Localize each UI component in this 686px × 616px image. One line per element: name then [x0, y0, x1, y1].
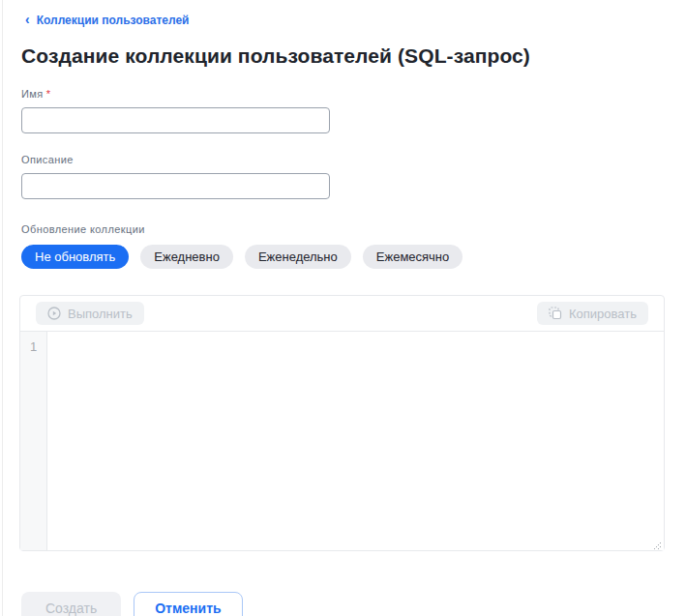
breadcrumb[interactable]: ‹ Коллекции пользователей: [25, 14, 190, 27]
refresh-schedule-label: Обновление коллекции: [21, 223, 665, 235]
resize-grip-icon[interactable]: [650, 537, 662, 548]
refresh-option-daily[interactable]: Ежедневно: [140, 245, 233, 269]
copy-query-label: Копировать: [569, 307, 637, 321]
refresh-option-no-update[interactable]: Не обновлять: [21, 245, 129, 269]
refresh-schedule-options: Не обновлять Ежедневно Еженедельно Ежеме…: [21, 245, 665, 269]
create-user-collection-page: ‹ Коллекции пользователей Создание колле…: [0, 0, 686, 616]
play-circle-icon: [47, 307, 61, 320]
required-asterisk: *: [46, 88, 51, 100]
copy-icon: [549, 307, 562, 320]
description-input[interactable]: [21, 173, 330, 199]
run-query-button[interactable]: Выполнить: [36, 302, 144, 325]
sql-editor-body: 1: [20, 332, 664, 550]
chevron-left-icon: ‹: [25, 13, 30, 26]
sql-editor-toolbar: Выполнить Копировать: [20, 296, 664, 332]
line-number-gutter: 1: [20, 332, 47, 550]
name-field-group: Имя*: [21, 88, 665, 133]
refresh-option-weekly[interactable]: Еженедельно: [245, 245, 351, 269]
cancel-button[interactable]: Отменить: [134, 592, 242, 616]
refresh-option-monthly[interactable]: Ежемесячно: [363, 245, 463, 269]
form-footer: Создать Отменить: [21, 592, 665, 616]
copy-query-button[interactable]: Копировать: [537, 302, 648, 325]
page-left-edge-line: [2, 0, 3, 616]
page-title: Создание коллекции пользователей (SQL-за…: [21, 44, 665, 68]
breadcrumb-label: Коллекции пользователей: [37, 14, 190, 27]
description-field-group: Описание: [21, 154, 665, 199]
create-button[interactable]: Создать: [21, 592, 121, 616]
sql-code-input[interactable]: [47, 332, 664, 550]
description-label: Описание: [21, 154, 665, 165]
line-number: 1: [20, 339, 46, 354]
run-query-label: Выполнить: [68, 307, 133, 321]
name-input[interactable]: [21, 107, 330, 133]
name-label: Имя*: [21, 88, 665, 100]
sql-editor-panel: Выполнить Копировать 1: [19, 295, 665, 551]
